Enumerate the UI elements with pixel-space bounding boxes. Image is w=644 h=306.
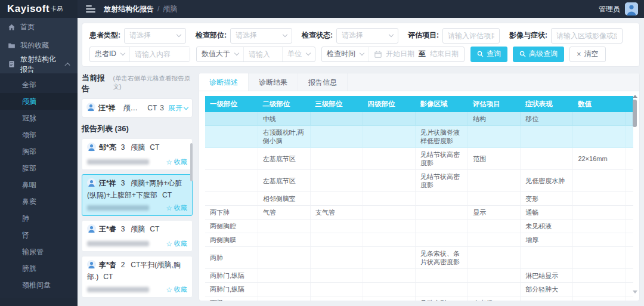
- table-cell[interactable]: [521, 247, 573, 269]
- table-cell[interactable]: 显示: [468, 206, 521, 220]
- table-cell[interactable]: [310, 170, 363, 192]
- table-cell[interactable]: [573, 170, 626, 192]
- table-cell[interactable]: [521, 296, 573, 301]
- start-date-placeholder[interactable]: 开始日期: [386, 49, 414, 59]
- table-cell[interactable]: [363, 233, 415, 247]
- table-cell[interactable]: 两肾: [205, 296, 258, 301]
- table-cell[interactable]: [205, 112, 258, 126]
- table-cell[interactable]: [573, 126, 626, 148]
- sidebar-subitem-胸部[interactable]: 胸部: [0, 143, 78, 160]
- table-cell[interactable]: [573, 112, 626, 126]
- table-cell[interactable]: 左基底节区: [258, 170, 310, 192]
- table-cell[interactable]: 见结节状高密度影: [416, 148, 468, 170]
- table-cell[interactable]: 两肺门,纵隔: [205, 269, 258, 283]
- table-cell[interactable]: 14*10mm: [573, 296, 626, 301]
- table-row[interactable]: 中线结构移位: [205, 112, 633, 126]
- table-cell[interactable]: 见致密影: [416, 296, 468, 301]
- table-cell[interactable]: 淋巴结显示: [521, 269, 573, 283]
- sidebar-subitem-肾[interactable]: 肾: [0, 227, 78, 243]
- sidebar-subitem-颅脑[interactable]: 颅脑: [0, 93, 78, 110]
- table-cell[interactable]: [205, 126, 258, 148]
- table-cell[interactable]: 见片状脑脊液样低密度影: [416, 126, 468, 148]
- table-cell[interactable]: [468, 269, 521, 283]
- table-cell[interactable]: [363, 206, 415, 220]
- table-cell[interactable]: [416, 283, 468, 296]
- table-cell[interactable]: [363, 170, 415, 192]
- scrollbar-thumb[interactable]: [633, 100, 637, 127]
- table-cell[interactable]: 两肺: [205, 247, 258, 269]
- scroll-down-icon[interactable]: [633, 290, 637, 293]
- scroll-up-icon[interactable]: [633, 95, 637, 98]
- favorite-button[interactable]: ☆收藏: [166, 239, 187, 248]
- filter-select[interactable]: 请选择: [230, 28, 292, 44]
- table-cell[interactable]: [205, 192, 258, 206]
- table-cell[interactable]: [205, 170, 258, 192]
- report-card-李*杳[interactable]: 李*杳2CT平扫(颅脑,胸部.)CT☆收藏: [82, 256, 193, 298]
- value-input[interactable]: [244, 47, 282, 61]
- sidebar-subitem-膀胱[interactable]: 膀胱: [0, 260, 78, 277]
- patient-id-select[interactable]: 患者ID: [90, 47, 130, 61]
- table-cell[interactable]: [363, 126, 415, 148]
- table-cell[interactable]: [468, 170, 521, 192]
- table-row[interactable]: 两肺门,纵隔淋巴结显示: [205, 269, 633, 283]
- table-cell[interactable]: 变形: [521, 192, 573, 206]
- table-row[interactable]: 相邻侧脑室变形: [205, 192, 633, 206]
- table-cell[interactable]: [258, 247, 310, 269]
- end-date-placeholder[interactable]: 结束日期: [430, 49, 459, 59]
- table-cell[interactable]: [416, 233, 468, 247]
- sidebar-subitem-冠脉[interactable]: 冠脉: [0, 110, 78, 126]
- advanced-search-button[interactable]: 高级查询: [513, 47, 564, 62]
- table-cell[interactable]: [310, 233, 363, 247]
- clear-button[interactable]: × 清空: [569, 47, 606, 62]
- table-cell[interactable]: [468, 247, 521, 269]
- table-cell[interactable]: 见结节状高密度影: [416, 170, 468, 192]
- table-cell[interactable]: [310, 247, 363, 269]
- table-cell[interactable]: 右顶颞枕叶,两侧小脑: [258, 126, 310, 148]
- unit-select[interactable]: 单位: [282, 47, 315, 61]
- filter-input[interactable]: [442, 28, 500, 44]
- table-cell[interactable]: [363, 220, 415, 233]
- table-cell[interactable]: [310, 296, 363, 301]
- table-cell[interactable]: 中线: [258, 112, 310, 126]
- table-cell[interactable]: [573, 269, 626, 283]
- table-cell[interactable]: [468, 126, 521, 148]
- table-cell[interactable]: [468, 233, 521, 247]
- favorite-button[interactable]: ☆收藏: [166, 203, 187, 212]
- table-row[interactable]: 左基底节区见结节状高密度影见低密度水肿: [205, 170, 633, 192]
- table-row[interactable]: 两下肺气管支气管显示通畅: [205, 206, 633, 220]
- sidebar-subitem-颈椎间盘[interactable]: 颈椎间盘: [0, 277, 78, 293]
- table-cell[interactable]: [573, 192, 626, 206]
- table-row[interactable]: 左基底节区见结节状高密度影范围22×16mm: [205, 148, 633, 170]
- table-cell[interactable]: [573, 220, 626, 233]
- table-cell[interactable]: 两肺门,纵隔: [205, 283, 258, 296]
- filter-select[interactable]: 请选择: [336, 28, 398, 44]
- table-cell[interactable]: [258, 296, 310, 301]
- sidebar-item-放射结构化报告[interactable]: 放射结构化报告: [0, 55, 78, 73]
- table-cell[interactable]: 未见积液: [521, 220, 573, 233]
- table-cell[interactable]: [468, 220, 521, 233]
- report-card-王*睿[interactable]: 王*睿3颅脑CT☆收藏: [82, 220, 193, 252]
- expand-button[interactable]: 展开: [168, 103, 188, 113]
- table-row[interactable]: 两肺门,纵隔部分轻肿大: [205, 283, 633, 296]
- table-cell[interactable]: [363, 283, 415, 296]
- table-cell[interactable]: [573, 283, 626, 296]
- sidebar-subitem-腹部[interactable]: 腹部: [0, 160, 78, 177]
- table-cell[interactable]: 左基底节区: [258, 148, 310, 170]
- value-compare-select[interactable]: 数值大于: [197, 47, 244, 61]
- sidebar-collapse-icon[interactable]: [86, 5, 95, 13]
- table-cell[interactable]: [573, 247, 626, 269]
- scrollbar-thumb[interactable]: [190, 143, 193, 181]
- table-cell[interactable]: [363, 148, 415, 170]
- table-cell[interactable]: 通畅: [521, 206, 573, 220]
- table-cell[interactable]: [416, 269, 468, 283]
- table-cell[interactable]: [258, 233, 310, 247]
- table-cell[interactable]: [310, 112, 363, 126]
- sidebar-subitem-肺[interactable]: 肺: [0, 210, 78, 227]
- table-cell[interactable]: 两侧胸膜: [205, 233, 258, 247]
- sidebar-subitem-颈部[interactable]: 颈部: [0, 126, 78, 143]
- table-cell[interactable]: 结构: [468, 112, 521, 126]
- table-cell[interactable]: 两下肺: [205, 206, 258, 220]
- table-cell[interactable]: [468, 192, 521, 206]
- table-cell[interactable]: 移位: [521, 112, 573, 126]
- table-cell[interactable]: [310, 148, 363, 170]
